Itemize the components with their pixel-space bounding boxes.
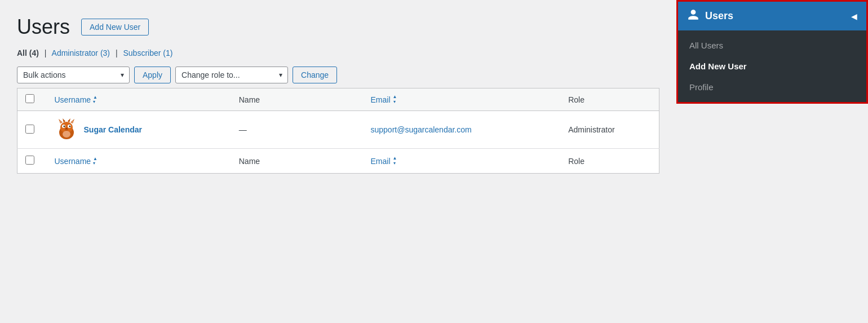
svg-point-15 <box>63 131 70 138</box>
change-role-select[interactable]: Change role to... Administrator Editor A… <box>175 67 288 83</box>
footer-name-label: Name <box>239 157 260 166</box>
role-col-label: Role <box>568 95 584 104</box>
footer-email-label: Email <box>371 157 391 166</box>
email-sort-icon: ▲ ▾ <box>393 95 397 104</box>
table-footer-row: Username ▲▾ Name Email ▲ ▾ <box>17 149 659 174</box>
sort-username[interactable]: Username ▲▾ <box>55 95 223 104</box>
header-username: Username ▲▾ <box>47 89 231 111</box>
sort-email[interactable]: Email ▲ ▾ <box>371 95 553 104</box>
sidebar-title: Users <box>705 10 733 22</box>
profile-link[interactable]: Profile <box>689 82 714 92</box>
sidebar-title-row: Users <box>687 8 733 24</box>
row-role-cell: Administrator <box>560 111 659 149</box>
username-col-label: Username <box>55 95 91 104</box>
row-checkbox-cell <box>17 111 47 149</box>
email-link[interactable]: support@sugarcalendar.com <box>371 125 472 134</box>
footer-email-cell: Email ▲ ▾ <box>363 149 561 174</box>
separator-1: | <box>45 48 47 57</box>
row-name-cell: — <box>231 111 363 149</box>
footer-checkbox-cell <box>17 149 47 174</box>
user-row-content: Sugar Calendar <box>55 118 223 141</box>
table-row: Sugar Calendar — support@sugarcalendar.c… <box>17 111 659 149</box>
footer-checkbox[interactable] <box>25 156 34 165</box>
footer-sort-icon: ▲▾ <box>93 157 98 166</box>
username-sort-icon: ▲▾ <box>93 95 98 104</box>
filter-administrator[interactable]: Administrator (3) <box>52 48 112 57</box>
change-role-wrapper: Change role to... Administrator Editor A… <box>175 67 288 83</box>
sidebar-panel: Users ◀ All Users Add New User Profile <box>676 0 868 104</box>
username-link[interactable]: Sugar Calendar <box>84 125 142 134</box>
select-all-checkbox[interactable] <box>25 94 34 103</box>
user-name: — <box>239 125 247 134</box>
footer-username-cell: Username ▲▾ <box>47 149 231 174</box>
row-username-cell: Sugar Calendar <box>47 111 231 149</box>
bulk-actions-select[interactable]: Bulk actions Delete <box>17 67 130 83</box>
add-new-user-button[interactable]: Add New User <box>81 19 149 36</box>
filter-subscriber[interactable]: Subscriber (1) <box>123 48 172 57</box>
svg-point-8 <box>63 126 65 127</box>
filter-links: All (4) | Administrator (3) | Subscriber… <box>17 48 659 57</box>
header-email: Email ▲ ▾ <box>363 89 561 111</box>
users-icon <box>687 8 699 24</box>
footer-role-cell: Role <box>560 149 659 174</box>
add-new-user-sidebar-link[interactable]: Add New User <box>689 61 747 71</box>
footer-name-cell: Name <box>231 149 363 174</box>
filter-all[interactable]: All (4) <box>17 48 41 57</box>
svg-marker-14 <box>68 118 70 122</box>
svg-point-10 <box>64 126 65 126</box>
sidebar-item-profile[interactable]: Profile <box>678 77 866 98</box>
separator-2: | <box>116 48 118 57</box>
header-name: Name <box>231 89 363 111</box>
sidebar-header: Users ◀ <box>678 2 866 30</box>
all-users-link[interactable]: All Users <box>689 41 723 50</box>
footer-sort-email[interactable]: Email ▲ ▾ <box>371 156 553 166</box>
collapse-arrow-icon[interactable]: ◀ <box>851 12 857 21</box>
avatar <box>55 118 78 141</box>
row-email-cell: support@sugarcalendar.com <box>363 111 561 149</box>
svg-point-11 <box>70 126 70 126</box>
header-checkbox-cell <box>17 89 47 111</box>
footer-username-label: Username <box>55 157 91 166</box>
apply-button[interactable]: Apply <box>134 67 171 83</box>
users-table: Username ▲▾ Name Email ▲ ▾ <box>17 88 659 174</box>
bulk-actions-wrapper: Bulk actions Delete <box>17 67 130 83</box>
footer-role-label: Role <box>568 157 584 166</box>
svg-marker-13 <box>63 118 65 122</box>
page-title: Users <box>17 17 70 37</box>
header-role: Role <box>560 89 659 111</box>
svg-point-9 <box>69 126 70 127</box>
email-col-label: Email <box>371 95 391 104</box>
user-role: Administrator <box>568 125 614 134</box>
row-checkbox[interactable] <box>25 125 34 134</box>
name-col-label: Name <box>239 95 260 104</box>
sidebar-item-add-new-user[interactable]: Add New User <box>678 56 866 77</box>
footer-email-sort-icon: ▲ ▾ <box>393 156 397 166</box>
change-button[interactable]: Change <box>293 67 337 83</box>
svg-point-12 <box>65 128 68 129</box>
sidebar-menu: All Users Add New User Profile <box>678 30 866 102</box>
actions-row: Bulk actions Delete Apply Change role to… <box>17 67 659 83</box>
footer-sort-username[interactable]: Username ▲▾ <box>55 157 223 166</box>
table-header-row: Username ▲▾ Name Email ▲ ▾ <box>17 89 659 111</box>
sidebar-item-all-users[interactable]: All Users <box>678 35 866 56</box>
